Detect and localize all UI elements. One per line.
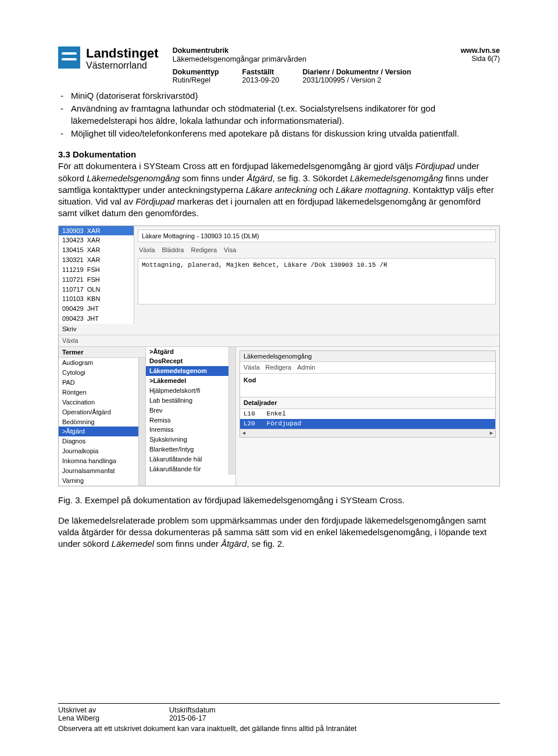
list-item[interactable]: Inremiss <box>146 425 235 435</box>
rubrik-label: Dokumentrubrik <box>173 46 307 55</box>
date-code-row[interactable]: 130903XAR <box>59 226 134 236</box>
list-item[interactable]: Hjälpmedelskort/fi <box>146 386 235 396</box>
utskrivet-av-label: Utskrivet av <box>58 706 99 714</box>
date-code-row[interactable]: 111219FSH <box>59 265 134 275</box>
para-text: , se fig. 2. <box>246 539 284 549</box>
list-item[interactable]: >Åtgärd <box>146 347 235 357</box>
date-code-row[interactable]: 110717OLN <box>59 285 134 295</box>
subwindow-menu[interactable]: VäxlaRedigeraAdmin <box>240 362 495 374</box>
body-text: MiniQ (datoriserat förskrivarstöd) Använ… <box>58 90 500 550</box>
list-item[interactable]: Varning <box>59 476 145 486</box>
date-code-row[interactable]: 110721FSH <box>59 275 134 285</box>
section-heading: 3.3 Dokumentation <box>58 149 136 159</box>
detaljrader-list[interactable]: L10EnkelL20Fördjupad <box>240 409 495 429</box>
list-item[interactable]: Blodsmitta <box>59 485 145 486</box>
para-text: För att dokumentera i SYSteam Cross att … <box>58 161 416 171</box>
menu-item[interactable]: Admin <box>297 363 315 372</box>
logo-line2: Västernorrland <box>86 60 159 71</box>
kod-label: Kod <box>240 374 495 397</box>
list-item[interactable]: Remiss <box>146 415 235 425</box>
term: Läkare mottagning <box>336 185 408 195</box>
list-item[interactable]: Läkemedelsgenom <box>146 366 235 376</box>
vaxla-bar[interactable]: Växla <box>59 335 499 346</box>
detaljrader-label: Detaljrader <box>240 397 495 409</box>
date-code-row[interactable]: 110103KBN <box>59 294 134 304</box>
menu-item[interactable]: Växla <box>244 363 260 372</box>
list-item[interactable]: >Läkemedel <box>146 376 235 386</box>
date-code-list[interactable]: 130903XAR130423XAR130415XAR130321XAR1112… <box>59 226 134 324</box>
list-item[interactable]: Bedömning <box>59 417 145 427</box>
diarienr-value: 2031/100995 / Version 2 <box>303 76 500 84</box>
atgard-list[interactable]: >ÅtgärdDosReceptLäkemedelsgenom>Läkemede… <box>146 347 235 475</box>
termer-panel: Termer AudiogramCytologiPADRöntgenVaccin… <box>59 347 146 486</box>
scrollbar[interactable] <box>138 358 145 486</box>
list-item[interactable]: Cytologi <box>59 368 145 378</box>
detalj-row[interactable]: L10Enkel <box>240 409 495 419</box>
list-item[interactable]: Vaccination <box>59 397 145 407</box>
note-text: Mottagning, planerad, Majken Behcet, Läk… <box>138 258 496 304</box>
list-item[interactable]: Brev <box>146 406 235 415</box>
bullet-list: MiniQ (datoriserat förskrivarstöd) Använ… <box>58 90 500 139</box>
date-code-row[interactable]: 090429JHT <box>59 304 134 314</box>
list-item[interactable]: Sjukskrivning <box>146 435 235 445</box>
term: Åtgärd <box>221 539 246 549</box>
doktyp-value: Rutin/Regel <box>173 76 219 84</box>
list-item[interactable]: Diagnos <box>59 436 145 446</box>
logo-icon <box>58 46 80 69</box>
date-code-row[interactable]: 090423JHT <box>59 314 134 324</box>
footer-note: Observera att ett utskrivet dokument kan… <box>58 725 500 733</box>
date-code-row[interactable]: 130423XAR <box>59 235 134 245</box>
list-item[interactable]: Journalsammanfat <box>59 466 145 476</box>
list-item[interactable]: Läkarutlåtande häl <box>146 454 235 464</box>
page-indicator: Sida 6(7) <box>460 55 500 63</box>
page-footer: Utskrivet av Lena Wiberg Utskriftsdatum … <box>58 703 500 733</box>
list-item[interactable]: Blanketter/Intyg <box>146 445 235 454</box>
list-item[interactable]: Canceranmälan <box>146 474 235 475</box>
term: Läkemedelsgenomgång <box>350 173 443 183</box>
list-item[interactable]: Audiogram <box>59 358 145 368</box>
window-title: Läkare Mottagning - 130903 10.15 (DLM) <box>138 230 496 243</box>
para-text: som finns under <box>180 173 246 183</box>
menu-item[interactable]: Redigera <box>191 246 217 255</box>
list-item[interactable]: DosRecept <box>146 356 235 366</box>
utskriftsdatum-value: 2015-06-17 <box>169 714 216 722</box>
list-item[interactable]: Läkarutlåtande för <box>146 464 235 474</box>
utskriftsdatum-label: Utskriftsdatum <box>169 706 216 714</box>
list-item[interactable]: Röntgen <box>59 388 145 397</box>
document-header: Landstinget Västernorrland Dokumentrubri… <box>58 46 500 84</box>
faststallt-label: Fastställt <box>242 68 280 76</box>
horizontal-scrollbar[interactable] <box>240 429 495 437</box>
list-item[interactable]: >Åtgärd <box>59 427 145 436</box>
list-item[interactable]: Journalkopia <box>59 446 145 456</box>
list-item[interactable]: Inkomna handlinga <box>59 456 145 466</box>
decorative-waves <box>0 0 558 35</box>
atgard-panel: >ÅtgärdDosReceptLäkemedelsgenom>Läkemede… <box>146 347 236 486</box>
window-menubar[interactable]: VäxlaBläddraRedigeraVisa <box>138 245 496 258</box>
date-code-row[interactable]: 130415XAR <box>59 245 134 255</box>
subwindow-title: Läkemedelsgenomgång <box>240 351 495 363</box>
list-item[interactable]: Operation/Åtgärd <box>59 407 145 417</box>
list-item[interactable]: PAD <box>59 378 145 388</box>
para-text: och <box>317 185 336 195</box>
doktyp-label: Dokumenttyp <box>173 68 219 76</box>
menu-item[interactable]: Visa <box>224 246 236 255</box>
menu-item[interactable]: Bläddra <box>162 246 184 255</box>
term: Fördjupad <box>135 196 175 206</box>
detalj-row[interactable]: L20Fördjupad <box>240 419 495 429</box>
bullet-item: MiniQ (datoriserat förskrivarstöd) <box>71 90 500 102</box>
screenshot-figure: 130903XAR130423XAR130415XAR130321XAR1112… <box>58 225 500 487</box>
termer-list[interactable]: AudiogramCytologiPADRöntgenVaccinationOp… <box>59 358 145 486</box>
menu-item[interactable]: Redigera <box>266 363 292 372</box>
term: Läkare anteckning <box>246 185 317 195</box>
subwindow: Läkemedelsgenomgång VäxlaRedigeraAdmin K… <box>239 350 496 438</box>
term: Fördjupad <box>416 161 455 171</box>
scrollbar[interactable] <box>228 347 235 475</box>
faststallt-value: 2013-09-20 <box>242 76 280 84</box>
bullet-item: Användning av framtagna lathundar och st… <box>71 103 500 127</box>
figure-caption: Fig. 3. Exempel på dokumentation av förd… <box>58 495 500 506</box>
term: Läkemedelsgenomgång <box>87 173 180 183</box>
skriv-bar: Skriv <box>59 324 499 335</box>
list-item[interactable]: Lab beställning <box>146 396 235 406</box>
date-code-row[interactable]: 130321XAR <box>59 255 134 265</box>
menu-item[interactable]: Växla <box>139 246 155 255</box>
